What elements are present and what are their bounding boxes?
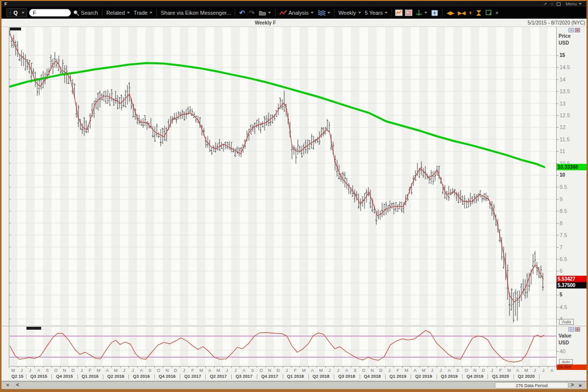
value-tick-label: 40 [560, 348, 565, 354]
x-quarter-label: Q3 2019 [441, 374, 458, 379]
price-tick-label: 11.5 [560, 136, 570, 142]
undo-button[interactable]: ↶ [239, 9, 245, 17]
red-ma-price-label: 5.53427 [557, 276, 587, 282]
x-month-label: D [379, 368, 383, 373]
month-tick-mark [18, 366, 18, 368]
select-rect-icon [486, 10, 492, 16]
quote-type-label: Q [14, 10, 18, 16]
maximize-icon[interactable] [557, 2, 561, 6]
month-tick-mark [274, 366, 274, 368]
trade-button[interactable]: Trade [134, 10, 152, 16]
x-month-label: A [550, 368, 553, 373]
interval-dropdown[interactable]: Weekly [339, 10, 361, 16]
x-quarter-label: Q1 2017 [184, 374, 201, 379]
x-quarter-label: Q1 2016 [82, 374, 99, 379]
x-month-label: M [217, 368, 220, 373]
popout-icon[interactable]: ↗ [543, 1, 547, 6]
price-tick-mark [556, 295, 559, 295]
expand-horizontal-icon[interactable]: ◀▶ [446, 10, 454, 16]
month-tick-mark [377, 366, 377, 368]
analysis-button[interactable]: Analysis [279, 10, 314, 16]
price-tick-mark [556, 115, 559, 116]
oscillator-plot[interactable] [9, 327, 556, 366]
x-quarter-label: Q3 2016 [133, 374, 150, 379]
month-tick-mark [9, 366, 9, 368]
x-month-label: F [499, 368, 502, 373]
close-panel-icon[interactable]: × [575, 28, 580, 32]
main-panel-legend-chip[interactable] [10, 27, 21, 30]
quarter-separator [385, 374, 386, 379]
x-month-label: M [405, 368, 409, 373]
caret-down-icon[interactable] [22, 12, 24, 14]
x-month-label: J [388, 368, 391, 373]
scrollbar-thumb[interactable]: 276 Data Period [495, 382, 568, 389]
x-quarter-label: Q3 2017 [236, 374, 253, 379]
price-tick-label: 6.5 [560, 256, 567, 262]
month-tick-mark [411, 366, 411, 368]
price-axis-title: Price [559, 33, 570, 39]
x-month-label: M [97, 368, 101, 373]
minimize-panel-icon[interactable]: − [568, 28, 574, 32]
hourglass-icon[interactable] [476, 10, 482, 16]
minimize-panel-icon[interactable]: − [568, 327, 574, 332]
symbol-group[interactable]: ↑ Q [6, 8, 27, 17]
open-folder-button[interactable] [259, 10, 271, 16]
waves-tool-button[interactable] [318, 10, 330, 16]
x-month-label: J [123, 368, 125, 373]
waves-icon [318, 10, 325, 16]
scroll-far-left-icon[interactable]: « [6, 382, 9, 388]
analysis-zigzag-icon [279, 10, 287, 16]
image-thumbnail-button[interactable] [405, 9, 413, 16]
x-month-label: O [465, 368, 468, 373]
caret-down-icon [327, 12, 330, 14]
scroll-left-icon[interactable]: < [16, 382, 19, 388]
month-tick-mark [172, 366, 172, 368]
x-month-label: J [431, 368, 434, 373]
x-month-label: A [448, 368, 451, 373]
symbol-search-input[interactable] [29, 9, 71, 17]
main-auto-scale-button[interactable]: Auto [559, 319, 574, 325]
month-tick-mark [189, 366, 189, 368]
price-tick-label: 14 [560, 77, 565, 82]
quarter-separator [51, 374, 52, 379]
toolbar: ↑ Q Search Related Trade Share via Eikon… [1, 7, 587, 19]
x-month-label: M [524, 368, 528, 373]
scroll-right-icon[interactable]: > [571, 382, 574, 388]
lower-auto-scale-button[interactable]: Auto [559, 359, 573, 365]
quarter-separator [334, 374, 334, 379]
x-month-label: M [11, 368, 15, 373]
price-tick-label: 6 [560, 268, 563, 274]
price-tick-mark [556, 104, 559, 104]
x-month-label: J [21, 368, 23, 373]
month-tick-mark [180, 366, 180, 368]
lower-panel-legend-chip[interactable] [26, 327, 41, 330]
favorite-icon[interactable]: ☆ [550, 1, 554, 6]
search-button[interactable]: Search [73, 10, 98, 16]
range-dropdown[interactable]: 5 Years [365, 10, 388, 16]
axis-tool-button[interactable] [416, 9, 427, 16]
month-tick-mark [393, 366, 394, 368]
menu-button[interactable]: Menu [565, 1, 582, 6]
month-tick-mark [428, 366, 428, 368]
select-region-button[interactable] [486, 10, 492, 16]
related-button[interactable]: Related [106, 10, 130, 16]
chart-thumbnail-button[interactable] [395, 9, 403, 16]
expand-vertical-icon[interactable]: ▲▼ [469, 11, 472, 15]
scroll-far-right-icon[interactable]: » [579, 382, 582, 388]
close-panel-icon[interactable]: × [575, 327, 580, 332]
price-tick-mark [556, 79, 559, 80]
folder-icon [259, 10, 266, 16]
x-month-label: J [534, 368, 536, 373]
caret-down-icon [385, 12, 388, 14]
x-quarter-label: Q1 2019 [390, 374, 407, 379]
compress-horizontal-icon[interactable]: ▶◀ [458, 10, 465, 16]
caret-down-icon [358, 12, 361, 14]
add-panel-button[interactable] [431, 10, 438, 16]
chart-scrollbar[interactable]: « < 276 Data Period > » [1, 381, 587, 389]
redo-button[interactable]: ↷ [249, 9, 255, 17]
main-price-plot[interactable] [9, 27, 556, 325]
x-month-label: M [507, 368, 511, 373]
more-tools-chevron-icon[interactable]: » [494, 11, 500, 14]
caret-down-icon [311, 12, 314, 14]
share-messenger-button[interactable]: Share via Eikon Messenger... [161, 10, 231, 16]
